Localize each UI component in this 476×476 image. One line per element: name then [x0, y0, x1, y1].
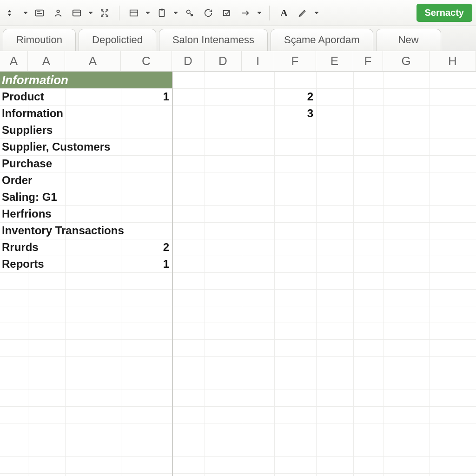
- dropdown-caret-icon[interactable]: [22, 11, 29, 15]
- clipboard-icon[interactable]: [154, 5, 170, 21]
- column-header[interactable]: H: [430, 51, 476, 71]
- cell-value-c[interactable]: 1: [139, 258, 172, 271]
- table-row[interactable]: Information3: [0, 105, 476, 122]
- cell-label[interactable]: Herfrions: [0, 207, 172, 220]
- dropdown-caret-icon[interactable]: [313, 11, 320, 15]
- cell-label[interactable]: Saling: G1: [0, 191, 172, 204]
- cell-value-f[interactable]: 3: [279, 107, 316, 120]
- tab-rimoution[interactable]: Rimoution: [3, 29, 76, 51]
- person-icon[interactable]: [50, 5, 66, 21]
- svg-rect-0: [36, 10, 44, 16]
- cell-label[interactable]: Information: [0, 107, 172, 120]
- section-header-cell[interactable]: Information: [0, 72, 172, 88]
- card-icon[interactable]: [69, 5, 85, 21]
- cell-label[interactable]: Inventory Transactions: [0, 224, 172, 237]
- cell-label[interactable]: Supplier, Customers: [0, 140, 172, 153]
- column-header[interactable]: D: [205, 51, 242, 71]
- table-row[interactable]: Product12: [0, 88, 476, 105]
- table-row[interactable]: Supplier, Customers: [0, 139, 476, 155]
- table-row[interactable]: Purchase: [0, 155, 476, 172]
- pencil-icon[interactable]: [295, 5, 311, 21]
- column-header[interactable]: I: [242, 51, 274, 71]
- svg-point-6: [187, 10, 190, 13]
- cell-label[interactable]: Suppliers: [0, 124, 172, 137]
- cell-value-c[interactable]: 2: [139, 241, 172, 254]
- dropdown-caret-icon[interactable]: [172, 11, 179, 15]
- table-row[interactable]: Order: [0, 172, 476, 189]
- sort-icon[interactable]: [4, 5, 20, 21]
- spreadsheet-grid[interactable]: Information Product12Information3Supplie…: [0, 72, 476, 476]
- column-header[interactable]: C: [121, 51, 172, 71]
- toolbar-separator: [269, 6, 270, 20]
- toolbar-separator: [119, 6, 119, 20]
- svg-rect-5: [160, 8, 163, 10]
- dropdown-caret-icon[interactable]: [87, 11, 94, 15]
- column-header-row: AAACDDIFEFGH: [0, 51, 476, 72]
- cell-value-c[interactable]: 1: [139, 90, 172, 103]
- window-icon[interactable]: [126, 5, 142, 21]
- column-header[interactable]: D: [172, 51, 205, 71]
- settings-link-icon[interactable]: [182, 5, 198, 21]
- tab-depolictied[interactable]: Depolictied: [79, 29, 156, 51]
- refresh-icon[interactable]: [200, 5, 216, 21]
- svg-rect-3: [130, 10, 138, 16]
- column-header[interactable]: A: [28, 51, 65, 71]
- primary-action-button[interactable]: Sernacty: [416, 4, 473, 22]
- expand-icon[interactable]: [97, 5, 112, 21]
- table-row[interactable]: Herfrions: [0, 205, 476, 222]
- column-header[interactable]: A: [65, 51, 121, 71]
- dropdown-caret-icon[interactable]: [256, 11, 263, 15]
- cell-value-f[interactable]: 2: [279, 90, 316, 103]
- column-header[interactable]: F: [353, 51, 383, 71]
- cell-label[interactable]: Order: [0, 174, 172, 187]
- table-row[interactable]: Reports1: [0, 256, 476, 272]
- dropdown-caret-icon[interactable]: [145, 11, 151, 15]
- svg-point-1: [57, 10, 60, 12]
- toolbar: A Sernacty: [0, 0, 476, 26]
- table-row[interactable]: Inventory Transactions: [0, 222, 476, 239]
- tab-scame-apordam[interactable]: Sçame Apordam: [271, 29, 373, 51]
- tab-salon-intenamess[interactable]: Salon Intenamess: [159, 29, 268, 51]
- table-row[interactable]: Rrurds2: [0, 239, 476, 256]
- sheet-tabstrip: Rimoution Depolictied Salon Intenamess S…: [0, 26, 476, 51]
- column-header[interactable]: F: [274, 51, 316, 71]
- cell-label[interactable]: Purchase: [0, 157, 172, 170]
- column-header[interactable]: E: [316, 51, 353, 71]
- edit-check-icon[interactable]: [219, 5, 235, 21]
- svg-rect-2: [73, 10, 81, 16]
- column-header[interactable]: A: [0, 51, 28, 71]
- svg-rect-4: [159, 9, 165, 16]
- arrow-right-icon[interactable]: [238, 5, 253, 21]
- column-header[interactable]: G: [383, 51, 430, 71]
- table-row[interactable]: Suppliers: [0, 122, 476, 139]
- tab-new[interactable]: New: [376, 29, 441, 51]
- font-icon[interactable]: A: [276, 5, 292, 21]
- table-row[interactable]: Saling: G1: [0, 189, 476, 205]
- form-icon[interactable]: [32, 5, 47, 21]
